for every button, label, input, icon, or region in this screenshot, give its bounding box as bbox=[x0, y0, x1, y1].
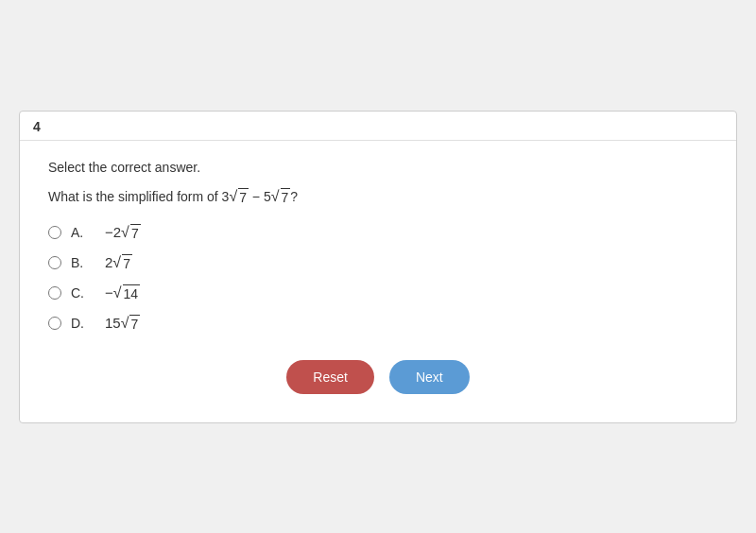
next-button[interactable]: Next bbox=[389, 360, 470, 394]
instruction-text: Select the correct answer. bbox=[48, 160, 708, 175]
option-d-label: D. bbox=[71, 316, 90, 331]
option-d-radio[interactable] bbox=[48, 317, 61, 330]
button-row: Reset Next bbox=[48, 360, 708, 394]
option-a-radio[interactable] bbox=[48, 226, 61, 239]
question-number: 4 bbox=[20, 112, 736, 141]
option-a-label: A. bbox=[71, 225, 90, 240]
option-b: B. 2√7 bbox=[48, 254, 708, 271]
option-c-value: −√14 bbox=[105, 284, 140, 301]
option-b-radio[interactable] bbox=[48, 256, 61, 269]
reset-button[interactable]: Reset bbox=[286, 360, 374, 394]
option-b-label: B. bbox=[71, 255, 90, 270]
option-a: A. −2√7 bbox=[48, 224, 708, 241]
question-card: 4 Select the correct answer. What is the… bbox=[19, 111, 737, 423]
option-b-value: 2√7 bbox=[105, 254, 132, 271]
option-c: C. −√14 bbox=[48, 284, 708, 301]
option-c-label: C. bbox=[71, 285, 90, 301]
options-list: A. −2√7 B. 2√7 C. −√14 bbox=[48, 224, 708, 332]
option-c-radio[interactable] bbox=[48, 286, 61, 300]
option-a-value: −2√7 bbox=[105, 224, 141, 241]
option-d-value: 15√7 bbox=[105, 315, 140, 332]
question-body: Select the correct answer. What is the s… bbox=[20, 141, 736, 422]
option-d: D. 15√7 bbox=[48, 315, 708, 332]
question-text: What is the simplified form of 3√7 − 5√7… bbox=[48, 188, 708, 205]
